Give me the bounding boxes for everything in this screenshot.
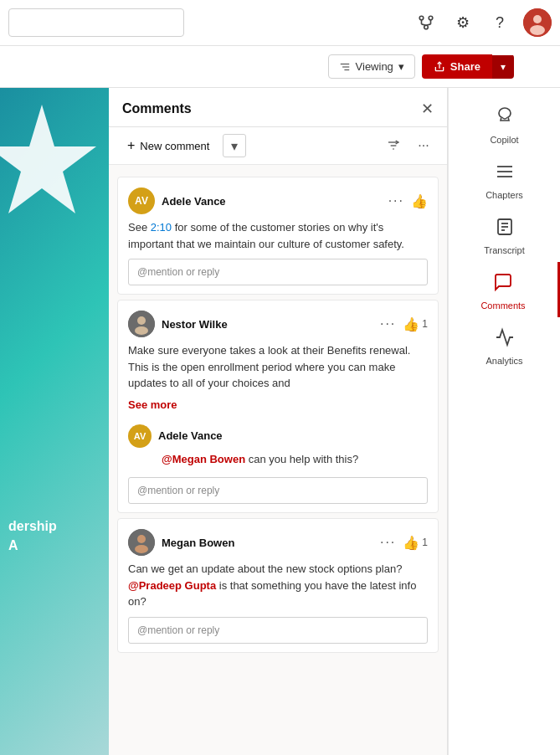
svg-marker-14	[0, 105, 96, 213]
chapters-label: Chapters	[486, 190, 523, 200]
like-button-2[interactable]: 👍 1	[403, 316, 428, 332]
comments-toolbar: + New comment ▾ ···	[109, 127, 447, 165]
svg-point-1	[429, 16, 433, 20]
like-count-3: 1	[422, 537, 428, 548]
toolbar-more-icon[interactable]: ···	[412, 134, 435, 157]
help-icon[interactable]: ?	[486, 9, 513, 36]
reply-placeholder-3: @mention or reply	[137, 624, 219, 636]
chapters-icon	[495, 162, 515, 187]
comments-sidebar-label: Comments	[480, 300, 525, 311]
sidebar-item-copilot[interactable]: Copilot	[449, 96, 560, 152]
avatar-adele-1: AV	[128, 187, 155, 214]
svg-point-2	[424, 25, 429, 29]
comments-panel: Comments ✕ + New comment ▾ ···	[109, 88, 448, 755]
share-main[interactable]: Share	[422, 54, 492, 79]
viewing-chevron: ▾	[398, 60, 404, 73]
sidebar-item-analytics[interactable]: Analytics	[449, 317, 560, 372]
top-bar: ⚙ ?	[0, 0, 560, 46]
avatar-nestor	[128, 311, 155, 337]
thumb-icon-2: 👍	[403, 316, 419, 332]
svg-point-22	[137, 535, 146, 543]
main-area: dership A Comments ✕ + New comment ▾	[0, 88, 560, 755]
plus-icon: +	[127, 138, 135, 153]
star-graphic	[0, 96, 109, 230]
avatar-megan	[128, 529, 155, 556]
right-sidebar: Copilot Chapters Transcri	[448, 88, 560, 755]
new-comment-label: New comment	[140, 140, 209, 152]
sort-icon[interactable]	[382, 134, 405, 157]
mention-text: @Megan Bowen	[162, 453, 245, 465]
share-dropdown[interactable]: ▾	[492, 55, 514, 79]
comment-card: AV Adele Vance ··· 👍 See 2:10 for some o…	[117, 177, 439, 295]
timestamp-link[interactable]: 2:10	[151, 221, 172, 234]
transcript-icon	[495, 217, 515, 242]
reply-body: @Megan Bowen can you help with this?	[162, 451, 428, 468]
svg-line-6	[426, 24, 431, 25]
commenter-name-1: Adele Vance	[162, 195, 382, 208]
reply-placeholder-2: @mention or reply	[137, 485, 219, 496]
transcript-label: Transcript	[484, 245, 525, 255]
reply-author-name: Adele Vance	[158, 429, 223, 442]
user-avatar[interactable]	[523, 8, 552, 37]
like-button-3[interactable]: 👍 1	[403, 535, 428, 551]
sidebar-item-transcript[interactable]: Transcript	[449, 207, 560, 262]
reply-box-1[interactable]: @mention or reply	[128, 259, 428, 285]
comment-card-2: Nestor Wilke ··· 👍 1 Make sure everyone …	[117, 300, 439, 513]
reply-placeholder-1: @mention or reply	[137, 266, 219, 278]
comment-body-1: See 2:10 for some of the customer storie…	[128, 219, 428, 252]
share-button[interactable]: Share ▾	[422, 54, 514, 79]
second-bar: Viewing ▾ Share ▾	[0, 46, 560, 88]
comment-header-3: Megan Bowen ··· 👍 1	[128, 529, 428, 556]
reply-thread: AV Adele Vance @Megan Bowen can you help…	[128, 418, 428, 471]
comment-more-btn-3[interactable]: ···	[380, 535, 396, 550]
settings-icon[interactable]: ⚙	[450, 9, 476, 36]
comments-icon	[493, 272, 513, 297]
sidebar-item-chapters[interactable]: Chapters	[449, 152, 560, 207]
svg-point-0	[419, 16, 424, 20]
thumb-icon-1: 👍	[411, 193, 428, 209]
comment-card-3: Megan Bowen ··· 👍 1 Can we get an update…	[117, 518, 439, 653]
see-more-link[interactable]: See more	[128, 398, 428, 411]
commenter-name-3: Megan Bowen	[162, 537, 373, 549]
video-text: dership A	[8, 517, 57, 555]
comment-header-1: AV Adele Vance ··· 👍	[128, 187, 428, 214]
reply-header: AV Adele Vance	[128, 424, 428, 448]
new-comment-dropdown[interactable]: ▾	[223, 134, 246, 157]
comment-body-3: Can we get an update about the new stock…	[128, 561, 428, 610]
avatar-adele-reply: AV	[128, 424, 152, 448]
svg-point-8	[533, 15, 542, 23]
comment-header-2: Nestor Wilke ··· 👍 1	[128, 311, 428, 337]
commenter-name-2: Nestor Wilke	[162, 318, 373, 331]
close-button[interactable]: ✕	[421, 100, 434, 118]
comments-list: AV Adele Vance ··· 👍 See 2:10 for some o…	[109, 165, 447, 755]
svg-point-23	[135, 545, 148, 553]
comment-body-2: Make sure everyone takes a look at their…	[128, 342, 428, 392]
like-count-2: 1	[422, 318, 428, 330]
svg-point-19	[137, 316, 146, 325]
viewing-button[interactable]: Viewing ▾	[328, 54, 415, 79]
thumb-icon-3: 👍	[403, 535, 419, 551]
svg-point-9	[530, 25, 545, 35]
comments-header: Comments ✕	[109, 88, 447, 127]
viewing-label: Viewing	[356, 60, 393, 73]
video-panel: dership A	[0, 88, 109, 755]
copilot-icon	[495, 106, 515, 131]
share-label: Share	[450, 60, 480, 73]
like-button-1[interactable]: 👍	[411, 193, 428, 209]
comment-more-btn-1[interactable]: ···	[388, 193, 404, 208]
copilot-label: Copilot	[490, 135, 518, 145]
mention-pradeep: @Pradeep Gupta	[128, 579, 216, 592]
analytics-icon	[495, 327, 515, 352]
svg-point-20	[135, 326, 148, 335]
sidebar-item-comments[interactable]: Comments	[449, 262, 560, 317]
new-comment-button[interactable]: + New comment	[121, 134, 216, 157]
reply-box-3[interactable]: @mention or reply	[128, 617, 428, 644]
comments-title: Comments	[122, 101, 192, 116]
svg-line-5	[422, 24, 427, 25]
fork-icon[interactable]	[413, 9, 439, 36]
comment-more-btn-2[interactable]: ···	[380, 316, 396, 331]
analytics-label: Analytics	[486, 356, 522, 366]
search-box[interactable]	[8, 8, 184, 37]
reply-box-2[interactable]: @mention or reply	[128, 477, 428, 504]
